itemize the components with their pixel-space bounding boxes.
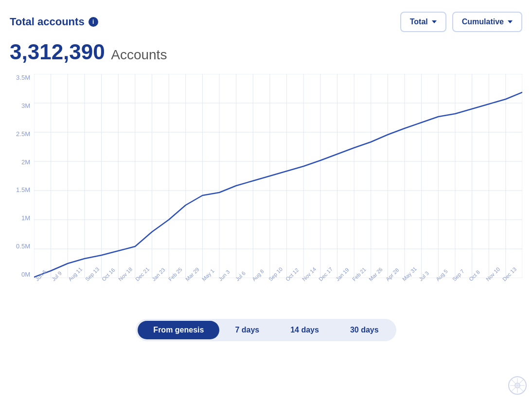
y-axis: 3.5M 3M 2.5M 2M 1.5M 1M 0.5M 0M — [10, 74, 34, 278]
x-axis: Jun 6 Jul 9 Aug 11 Sep 13 Oct 16 Nov 18 … — [34, 278, 522, 307]
cumulative-dropdown[interactable]: Cumulative — [452, 12, 522, 32]
watermark — [508, 376, 527, 397]
metric-display: 3,312,390 Accounts — [10, 40, 522, 64]
chart-area: Jun 6 Jul 9 Aug 11 Sep 13 Oct 16 Nov 18 … — [34, 74, 522, 278]
page-header: Total accounts i Total Cumulative — [10, 12, 522, 32]
y-label-1m: 1M — [21, 214, 30, 222]
total-dropdown-label: Total — [410, 17, 428, 26]
chart-container: 3.5M 3M 2.5M 2M 1.5M 1M 0.5M 0M — [10, 74, 522, 307]
y-label-0_5m: 0.5M — [16, 243, 30, 250]
y-label-2_5m: 2.5M — [16, 130, 30, 138]
time-filter-group: From genesis 7 days 14 days 30 days — [136, 319, 396, 341]
y-label-3_5m: 3.5M — [16, 74, 30, 81]
filter-from-genesis[interactable]: From genesis — [138, 321, 219, 339]
y-label-3m: 3M — [21, 102, 30, 109]
controls-section: Total Cumulative — [400, 12, 522, 32]
filter-14days[interactable]: 14 days — [275, 321, 335, 339]
filter-30days[interactable]: 30 days — [335, 321, 394, 339]
y-label-2m: 2M — [21, 158, 30, 166]
total-dropdown-arrow-icon — [432, 20, 437, 23]
cumulative-dropdown-arrow-icon — [508, 20, 513, 23]
chart-line — [34, 92, 522, 277]
filter-7days[interactable]: 7 days — [219, 321, 275, 339]
page-title: Total accounts — [10, 16, 85, 28]
y-label-0m: 0M — [21, 271, 30, 278]
y-label-1_5m: 1.5M — [16, 186, 30, 193]
cumulative-dropdown-label: Cumulative — [462, 17, 504, 26]
watermark-icon — [508, 376, 527, 395]
info-icon[interactable]: i — [89, 17, 98, 27]
title-section: Total accounts i — [10, 16, 98, 28]
metric-unit: Accounts — [111, 47, 167, 62]
chart-svg — [34, 74, 522, 278]
metric-number: 3,312,390 — [10, 40, 105, 64]
total-dropdown[interactable]: Total — [400, 12, 446, 32]
